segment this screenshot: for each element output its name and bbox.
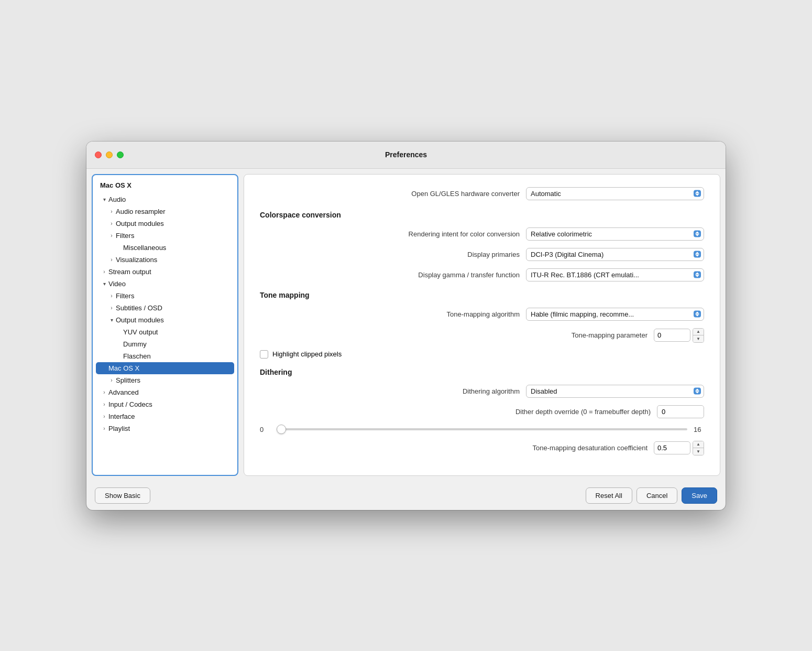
sidebar-header: Mac OS X xyxy=(93,178,237,193)
chevron-right-icon: › xyxy=(107,293,116,299)
display-primaries-select[interactable]: sRGB DCI-P3 (Digital Cinema) BT.2020 xyxy=(526,248,704,261)
desaturation-control: ▲ ▼ xyxy=(654,441,704,455)
sidebar-item-interface[interactable]: › Interface xyxy=(93,410,237,422)
dither-slider[interactable] xyxy=(277,428,687,430)
dither-depth-control xyxy=(657,405,704,418)
sidebar-item-output-modules-audio[interactable]: › Output modules xyxy=(93,218,237,230)
dithering-algorithm-select[interactable]: Disabled Ordered Random Blue noise xyxy=(526,385,704,398)
sidebar-item-advanced[interactable]: › Advanced xyxy=(93,386,237,398)
chevron-right-icon: › xyxy=(100,389,108,395)
desaturation-spinner-down-button[interactable]: ▼ xyxy=(693,448,704,455)
sidebar-item-input-codecs-label: Input / Codecs xyxy=(108,400,152,408)
sidebar-item-splitters-label: Splitters xyxy=(116,376,140,384)
sidebar-item-subtitles-osd[interactable]: › Subtitles / OSD xyxy=(93,302,237,314)
sidebar-item-mac-os-x-label: Mac OS X xyxy=(108,364,139,372)
desaturation-row: Tone-mapping desaturation coefficient ▲ … xyxy=(260,441,704,455)
sidebar: Mac OS X ▾ Audio › Audio resampler › Out… xyxy=(92,174,238,476)
chevron-right-icon: › xyxy=(100,426,108,431)
show-basic-button[interactable]: Show Basic xyxy=(95,487,150,504)
chevron-right-icon: › xyxy=(100,414,108,419)
sidebar-item-output-modules-audio-label: Output modules xyxy=(116,220,164,227)
opengl-select[interactable]: Automatic None OpenGL OpenGL ES 2 xyxy=(526,187,704,200)
sidebar-item-stream-output[interactable]: › Stream output xyxy=(93,266,237,278)
opengl-select-wrapper: Automatic None OpenGL OpenGL ES 2 xyxy=(526,187,704,200)
sidebar-item-filters-audio[interactable]: › Filters xyxy=(93,230,237,242)
chevron-right-icon: › xyxy=(107,233,116,238)
spinner-down-button[interactable]: ▼ xyxy=(693,335,704,342)
tone-mapping-parameter-row: Tone-mapping parameter ▲ ▼ xyxy=(260,328,704,343)
spinner-up-button[interactable]: ▲ xyxy=(693,329,704,335)
sidebar-item-advanced-label: Advanced xyxy=(108,388,139,396)
desaturation-spinner-up-button[interactable]: ▲ xyxy=(693,441,704,448)
sidebar-item-audio-label: Audio xyxy=(108,196,126,203)
tone-mapping-algorithm-select[interactable]: None Clip Hable (filmic mapping, recomme… xyxy=(526,308,704,321)
tone-mapping-algorithm-wrapper: None Clip Hable (filmic mapping, recomme… xyxy=(526,308,704,321)
action-buttons: Reset All Cancel Save xyxy=(586,487,717,504)
sidebar-item-video-label: Video xyxy=(108,280,126,288)
display-gamma-select[interactable]: sRGB ITU-R Rec. BT.1886 (CRT emulati... … xyxy=(526,268,704,281)
sidebar-item-input-codecs[interactable]: › Input / Codecs xyxy=(93,398,237,410)
chevron-right-icon: › xyxy=(107,305,116,311)
reset-all-button[interactable]: Reset All xyxy=(586,487,632,504)
sidebar-item-miscellaneous[interactable]: Miscellaneous xyxy=(93,242,237,254)
sidebar-item-mac-os-x[interactable]: Mac OS X xyxy=(96,362,234,374)
tone-mapping-algorithm-row: Tone-mapping algorithm None Clip Hable (… xyxy=(260,308,704,321)
dithering-algorithm-label: Dithering algorithm xyxy=(260,387,520,395)
chevron-down-icon: ▾ xyxy=(100,197,108,202)
display-primaries-label: Display primaries xyxy=(260,251,520,258)
sidebar-item-flaschen[interactable]: Flaschen xyxy=(93,350,237,362)
rendering-intent-select[interactable]: Perceptual Relative colorimetric Saturat… xyxy=(526,227,704,241)
chevron-right-icon: › xyxy=(107,257,116,263)
tone-mapping-parameter-spinner: ▲ ▼ xyxy=(693,328,704,343)
minimize-button[interactable] xyxy=(106,151,113,158)
highlight-clipped-row: Highlight clipped pixels xyxy=(260,350,704,359)
preferences-window: Preferences Mac OS X ▾ Audio › Audio res… xyxy=(86,142,726,510)
save-button[interactable]: Save xyxy=(682,487,717,504)
sidebar-item-filters-video[interactable]: › Filters xyxy=(93,290,237,302)
sidebar-item-playlist-label: Playlist xyxy=(108,425,130,432)
tone-mapping-parameter-input[interactable] xyxy=(654,329,690,342)
sidebar-item-subtitles-osd-label: Subtitles / OSD xyxy=(116,304,162,312)
sidebar-item-filters-video-label: Filters xyxy=(116,292,134,300)
chevron-right-icon: › xyxy=(107,221,116,226)
tone-mapping-algorithm-label: Tone-mapping algorithm xyxy=(260,310,520,318)
chevron-right-icon: › xyxy=(107,209,116,214)
sidebar-item-output-modules-video[interactable]: ▾ Output modules xyxy=(93,314,237,326)
chevron-right-icon: › xyxy=(100,269,108,275)
sidebar-item-audio-resampler[interactable]: › Audio resampler xyxy=(93,205,237,218)
sidebar-item-dummy-label: Dummy xyxy=(123,340,147,348)
highlight-clipped-checkbox[interactable] xyxy=(260,350,268,359)
sidebar-item-miscellaneous-label: Miscellaneous xyxy=(123,244,166,252)
maximize-button[interactable] xyxy=(117,151,124,158)
rendering-intent-wrapper: Perceptual Relative colorimetric Saturat… xyxy=(526,227,704,241)
display-gamma-label: Display gamma / transfer function xyxy=(260,271,520,279)
slider-min-label: 0 xyxy=(260,426,270,433)
window-title: Preferences xyxy=(385,150,427,159)
dither-slider-row: 0 16 xyxy=(260,426,704,433)
window-controls xyxy=(95,151,124,158)
close-button[interactable] xyxy=(95,151,102,158)
sidebar-item-filters-audio-label: Filters xyxy=(116,232,134,240)
sidebar-item-dummy[interactable]: Dummy xyxy=(93,338,237,350)
sidebar-item-yuv-output[interactable]: YUV output xyxy=(93,326,237,338)
dithering-algorithm-row: Dithering algorithm Disabled Ordered Ran… xyxy=(260,385,704,398)
tone-mapping-parameter-control: ▲ ▼ xyxy=(654,328,704,343)
sidebar-item-splitters[interactable]: › Splitters xyxy=(93,374,237,386)
dither-depth-input[interactable] xyxy=(657,405,704,418)
opengl-row: Open GL/GLES hardware converter Automati… xyxy=(260,187,704,200)
slider-max-label: 16 xyxy=(694,426,704,433)
dithering-heading: Dithering xyxy=(260,368,704,376)
tone-mapping-heading: Tone mapping xyxy=(260,291,704,299)
dither-depth-label: Dither depth override (0 = framebuffer d… xyxy=(260,408,651,416)
display-primaries-wrapper: sRGB DCI-P3 (Digital Cinema) BT.2020 xyxy=(526,248,704,261)
opengl-control: Automatic None OpenGL OpenGL ES 2 xyxy=(526,187,704,200)
sidebar-item-visualizations[interactable]: › Visualizations xyxy=(93,254,237,266)
sidebar-item-video[interactable]: ▾ Video xyxy=(93,278,237,290)
main-content: Mac OS X ▾ Audio › Audio resampler › Out… xyxy=(86,169,726,481)
sidebar-item-playlist[interactable]: › Playlist xyxy=(93,422,237,435)
display-gamma-wrapper: sRGB ITU-R Rec. BT.1886 (CRT emulati... … xyxy=(526,268,704,281)
sidebar-item-audio[interactable]: ▾ Audio xyxy=(93,193,237,205)
titlebar: Preferences xyxy=(86,142,726,169)
cancel-button[interactable]: Cancel xyxy=(637,487,677,504)
desaturation-input[interactable] xyxy=(654,441,690,454)
